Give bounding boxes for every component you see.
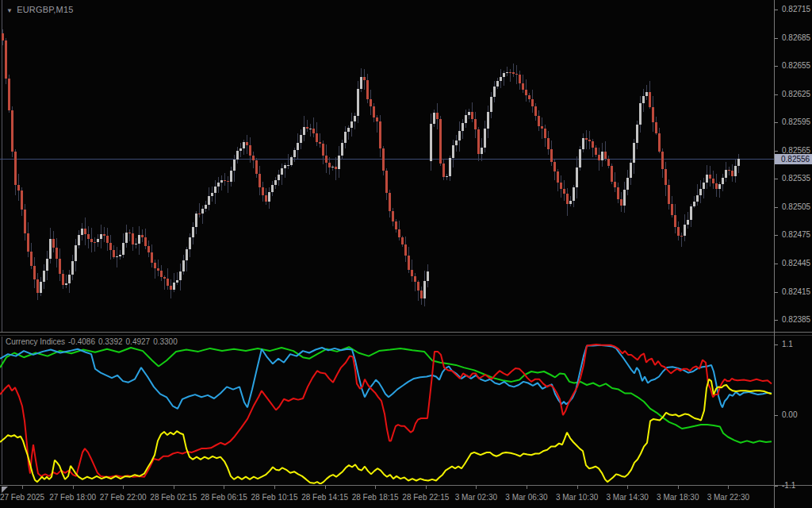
price-tick [775, 38, 778, 39]
time-tick [527, 486, 527, 489]
time-tick-label: 28 Feb 02:15 [150, 493, 197, 502]
index-blue-line [0, 345, 772, 409]
price-tick-label: 0.82385 [782, 315, 810, 324]
price-tick-label: 0.82505 [782, 202, 810, 211]
time-tick-label: 28 Feb 22:15 [402, 493, 449, 502]
indicator-value-4: 0.3300 [153, 337, 178, 346]
time-tick [728, 486, 729, 489]
indicator-name: Currency Indices [6, 337, 65, 346]
panel-separator[interactable] [0, 332, 812, 333]
price-tick-label: 0.82685 [782, 33, 810, 42]
time-tick-label: 3 Mar 18:30 [657, 493, 699, 502]
time-tick [375, 486, 376, 489]
price-tick [775, 235, 778, 236]
indicator-value-1: -0.4086 [68, 337, 95, 346]
time-tick [476, 486, 477, 489]
time-tick [22, 486, 23, 489]
time-tick-label: 27 Feb 2025 [0, 493, 44, 502]
trading-terminal-window: ▼EURGBP,M15 Currency Indices-0.40860.339… [0, 0, 812, 508]
price-tick [775, 122, 778, 123]
time-tick-label: 28 Feb 10:15 [251, 493, 298, 502]
indicator-title: Currency Indices-0.40860.33920.49270.330… [6, 337, 181, 346]
time-tick-label: 3 Mar 02:30 [455, 493, 497, 502]
time-tick [325, 486, 326, 489]
time-tick [224, 486, 224, 489]
price-tick-label: 0.82415 [782, 287, 810, 296]
time-scale[interactable]: 27 Feb 202527 Feb 18:0027 Feb 22:0028 Fe… [0, 486, 812, 508]
time-tick [577, 486, 578, 489]
panel-separator-shadow [0, 335, 812, 336]
indicator-tick [775, 344, 778, 345]
indicator-tick-label: 1.1 [782, 340, 793, 348]
symbol-text: EURGBP,M15 [17, 5, 74, 14]
price-tick [775, 179, 778, 179]
indicator-value-2: 0.3392 [98, 337, 123, 346]
price-tick [775, 264, 778, 264]
price-tick-label: 0.82445 [782, 259, 810, 267]
chevron-down-icon: ▼ [6, 7, 13, 14]
indicator-tick [775, 415, 778, 416]
time-tick-label: 28 Feb 14:15 [301, 493, 348, 502]
time-tick [73, 486, 74, 489]
chart-shift-anchor-icon[interactable] [2, 487, 8, 493]
time-tick-label: 3 Mar 06:30 [505, 493, 547, 502]
indicator-value-3: 0.4927 [126, 337, 151, 346]
price-tick [775, 151, 778, 152]
price-scale[interactable]: 0.827150.826850.826550.826250.825950.825… [774, 0, 812, 508]
price-tick [775, 94, 778, 95]
current-price-tag: 0.82556 [775, 154, 812, 164]
price-tick [775, 66, 778, 67]
price-tick-label: 0.82715 [782, 5, 810, 13]
time-tick [274, 486, 275, 489]
currency-indices-indicator-area[interactable] [0, 337, 774, 484]
price-tick [775, 292, 778, 293]
time-tick-label: 27 Feb 18:00 [49, 493, 96, 502]
price-tick-label: 0.82475 [782, 230, 810, 239]
time-tick [426, 486, 427, 489]
time-tick-label: 28 Feb 06:15 [201, 493, 247, 502]
time-tick [678, 486, 679, 489]
time-tick-label: 28 Feb 18:15 [352, 493, 399, 502]
price-tick-label: 0.82535 [782, 174, 810, 183]
price-tick [775, 10, 778, 10]
price-tick [775, 320, 778, 321]
symbol-timeframe-label: ▼EURGBP,M15 [6, 5, 74, 14]
price-tick-label: 0.82625 [782, 90, 810, 98]
price-tick-label: 0.82655 [782, 61, 810, 70]
price-tick [775, 207, 778, 208]
time-tick [123, 486, 124, 489]
time-tick-label: 3 Mar 22:30 [707, 493, 749, 502]
indicator-tick-label: 0.00 [782, 410, 797, 419]
time-tick-label: 3 Mar 10:30 [556, 493, 598, 502]
time-tick [174, 486, 174, 489]
time-tick-label: 27 Feb 22:00 [100, 493, 147, 502]
price-tick-label: 0.82595 [782, 117, 810, 126]
time-tick-label: 3 Mar 14:30 [607, 493, 649, 502]
index-red-line [0, 344, 772, 477]
candlestick-chart-area[interactable] [0, 0, 774, 332]
time-tick [627, 486, 628, 489]
